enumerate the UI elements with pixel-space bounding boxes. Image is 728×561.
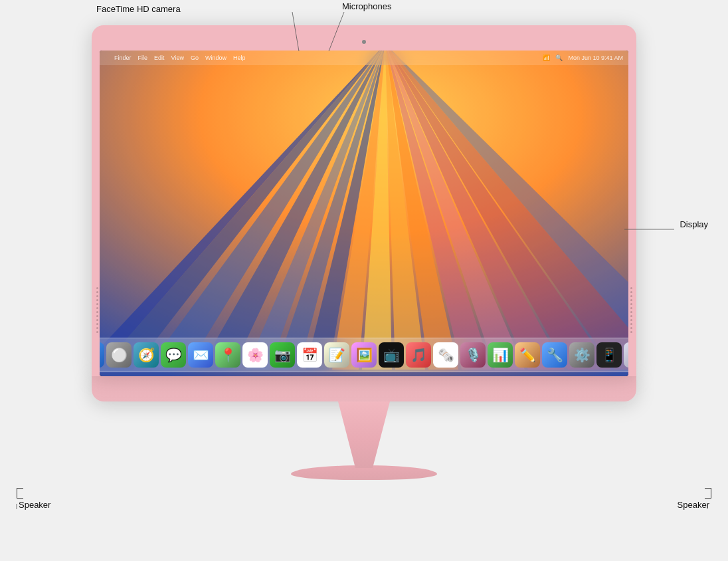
label-speaker-right: Speaker (678, 500, 709, 510)
wifi-icon: 📶 (543, 55, 550, 61)
menubar-view[interactable]: View (171, 55, 184, 61)
dock-appletv[interactable]: 📺 (379, 342, 404, 368)
dock-notes[interactable]: 📝 (324, 342, 349, 368)
dock-clipboard[interactable]: 📋 (624, 342, 628, 368)
speaker-bracket-right (705, 488, 711, 499)
imac-assembly: Finder File Edit View Go Window Help 📶 🔍… (92, 25, 636, 480)
menubar-finder[interactable]: Finder (114, 55, 132, 61)
left-speaker-grille (94, 283, 100, 336)
menubar: Finder File Edit View Go Window Help 📶 🔍… (100, 51, 628, 65)
dock-safari[interactable]: 🧭 (134, 342, 159, 368)
dock-podcasts[interactable]: 🎙️ (460, 342, 486, 368)
menubar-help[interactable]: Help (233, 55, 246, 61)
imac-screen: Finder File Edit View Go Window Help 📶 🔍… (100, 51, 628, 376)
dock-maps[interactable]: 📍 (215, 342, 240, 368)
menubar-right: 📶 🔍 Mon Jun 10 9:41 AM (543, 55, 623, 61)
label-speaker-left: Speaker (19, 500, 50, 510)
imac-body: Finder File Edit View Go Window Help 📶 🔍… (92, 25, 636, 376)
wallpaper (100, 51, 628, 376)
dock-numbers[interactable]: 📊 (488, 342, 513, 368)
dock-iphone-mirroring[interactable]: 📱 (596, 342, 622, 368)
camera-dot (362, 40, 366, 44)
menubar-datetime: Mon Jun 10 9:41 AM (568, 55, 623, 61)
dock-mail[interactable]: ✉️ (188, 342, 213, 368)
label-microphones: Microphones (342, 1, 391, 11)
dock-finder[interactable]: 🔵 (100, 342, 104, 368)
menubar-left: Finder File Edit View Go Window Help (105, 55, 245, 61)
dock-appstore[interactable]: 🔧 (542, 342, 567, 368)
dock-photos2[interactable]: 🖼️ (351, 342, 377, 368)
menubar-edit[interactable]: Edit (154, 55, 165, 61)
dock-messages[interactable]: 💬 (161, 342, 186, 368)
menubar-window[interactable]: Window (205, 55, 227, 61)
right-speaker-grille (628, 283, 634, 336)
label-facetime-camera: FaceTime HD camera (96, 4, 181, 14)
imac-top-bar (100, 33, 628, 51)
dock-keynote[interactable]: ✏️ (515, 342, 540, 368)
speaker-bracket-left (17, 488, 23, 499)
dock-calendar[interactable]: 📅 (297, 342, 322, 368)
dock-facetime[interactable]: 📷 (270, 342, 295, 368)
dock-launchpad[interactable]: ⚪ (106, 342, 132, 368)
imac-chin (92, 376, 636, 401)
svg-rect-18 (100, 51, 628, 376)
search-icon[interactable]: 🔍 (555, 55, 563, 61)
scene: Finder File Edit View Go Window Help 📶 🔍… (0, 0, 728, 561)
dock-music[interactable]: 🎵 (406, 342, 431, 368)
menubar-file[interactable]: File (138, 55, 148, 61)
menubar-go[interactable]: Go (191, 55, 199, 61)
imac-stand (321, 401, 407, 468)
dock-photos[interactable]: 🌸 (242, 342, 268, 368)
dock: 🔵 ⚪ 🧭 💬 ✉️ 📍 🌸 📷 📅 📝 🖼️ 📺 🎵 🗞️ 🎙️ 📊 (100, 338, 628, 372)
dock-news[interactable]: 🗞️ (433, 342, 458, 368)
dock-systemprefs[interactable]: ⚙️ (569, 342, 594, 368)
label-display: Display (680, 219, 708, 229)
